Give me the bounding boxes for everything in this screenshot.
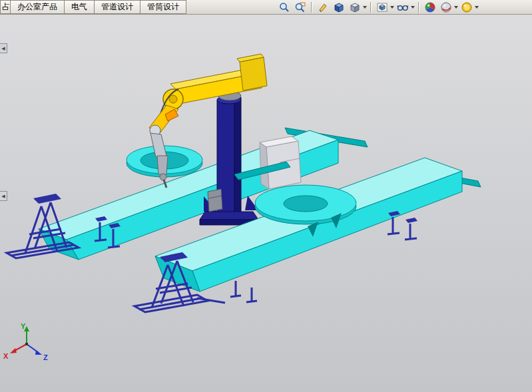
hide-show-items-button[interactable] <box>375 1 390 13</box>
section-view-button[interactable] <box>316 1 330 13</box>
realview-dropdown-arrow[interactable] <box>475 6 479 9</box>
edit-appearance-button[interactable] <box>423 1 437 13</box>
heads-up-view-toolbar <box>277 0 479 14</box>
gold-sphere-icon <box>461 2 472 13</box>
zoom-to-fit-button[interactable] <box>277 1 292 13</box>
zoom-to-area-button[interactable] <box>293 1 308 13</box>
triad-z-label: Z <box>43 353 48 361</box>
view-orientation-button[interactable] <box>332 1 346 13</box>
gray-fixture[interactable] <box>260 136 301 189</box>
framed-cube-icon <box>377 2 388 13</box>
origin-triad: Y X Z <box>3 322 48 361</box>
display-style-button[interactable] <box>348 1 362 13</box>
tab-partial[interactable]: 占 <box>0 0 11 14</box>
realview-button[interactable] <box>459 1 474 13</box>
apply-scene-button[interactable] <box>439 1 453 13</box>
scene-sphere-icon <box>441 2 451 13</box>
command-toolbar: 占 办公室产品 电气 管道设计 管筒设计 <box>0 0 532 15</box>
magnifier-area-icon <box>295 2 306 13</box>
glasses-icon <box>397 2 409 13</box>
magnifier-icon <box>279 2 290 13</box>
apply-scene-dropdown-arrow[interactable] <box>454 6 458 9</box>
eyeglasses-dropdown-arrow[interactable] <box>411 6 415 9</box>
toolbar-separator <box>311 2 312 13</box>
cad-application-window: 占 办公室产品 电气 管道设计 管筒设计 <box>0 0 532 392</box>
hide-show-dropdown-arrow[interactable] <box>390 6 394 9</box>
blade-icon <box>318 2 328 13</box>
tab-piping-design[interactable]: 管道设计 <box>94 0 140 14</box>
graphics-viewport[interactable]: Y X Z ◀ ◀ <box>0 15 532 392</box>
collapse-panel-arrow-top[interactable]: ◀ <box>0 43 7 53</box>
eyeglasses-view-button[interactable] <box>396 1 410 13</box>
color-sphere-icon <box>425 2 435 13</box>
3d-scene: Y X Z <box>0 15 532 392</box>
tab-electrical[interactable]: 电气 <box>64 0 95 14</box>
tab-office-products[interactable]: 办公室产品 <box>10 0 65 14</box>
orientation-cube-icon <box>334 2 344 13</box>
triad-x-label: X <box>3 352 9 360</box>
collapse-panel-arrow-middle[interactable]: ◀ <box>0 191 7 201</box>
command-tab-bar: 占 办公室产品 电气 管道设计 管筒设计 <box>0 0 186 14</box>
toolbar-separator <box>370 2 372 13</box>
display-style-dropdown-arrow[interactable] <box>363 6 367 9</box>
triad-y-label: Y <box>21 322 26 330</box>
display-style-cube-icon <box>350 2 360 13</box>
toolbar-separator <box>418 2 419 13</box>
tab-tubing-design[interactable]: 管筒设计 <box>140 0 186 14</box>
